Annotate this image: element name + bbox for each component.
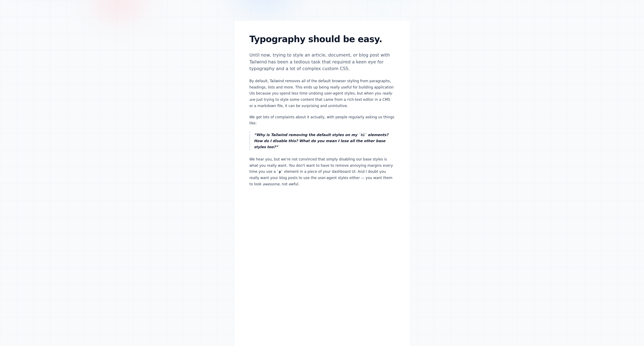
blockquote-text: “Why is Tailwind removing the default st… [254, 132, 394, 150]
article-title: Typography should be easy. [250, 34, 394, 44]
quote-text: “Why is Tailwind removing the default st… [254, 133, 358, 137]
inline-code: h1 [358, 133, 367, 137]
inline-code: p [277, 170, 283, 174]
article-card: Typography should be easy. Until now, tr… [234, 21, 410, 346]
article-lead: Until now, trying to style an article, d… [250, 52, 394, 72]
paragraph-text: By default, Tailwind removes all of the … [250, 79, 394, 96]
article-paragraph: We get lots of complaints about it actua… [250, 114, 394, 127]
paragraph-text: just trying to style some content that c… [250, 98, 390, 108]
emphasis-text: awesome [262, 182, 280, 186]
paragraph-text: , not awful. [280, 182, 299, 186]
article-paragraph: By default, Tailwind removes all of the … [250, 78, 394, 109]
article-blockquote: “Why is Tailwind removing the default st… [250, 132, 394, 150]
article-paragraph: We hear you, but we're not convinced tha… [250, 156, 394, 188]
